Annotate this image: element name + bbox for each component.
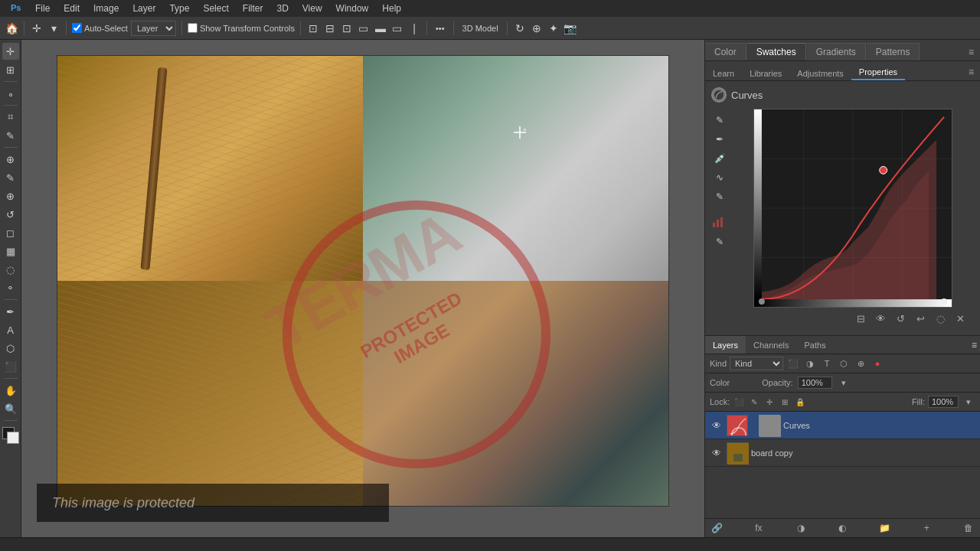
menu-ps[interactable]: Ps [3,0,28,18]
layer-filter-adj-icon[interactable]: ◑ [803,357,817,370]
new-layer-icon[interactable]: + [920,521,933,535]
curves-smooth-tool[interactable]: ∿ [711,169,728,186]
curves-eyedropper-white[interactable]: ✎ [711,188,728,205]
layer-select[interactable]: Layer Group [131,21,176,36]
curves-pen-tool[interactable]: ✒ [711,131,728,148]
history-tool[interactable]: ↺ [2,206,19,223]
align-left-icon[interactable]: ⊡ [306,21,320,35]
lock-transparent-icon[interactable]: ⬛ [733,396,745,408]
3d-rotate-icon[interactable]: ↻ [513,21,527,35]
curves-undo-icon[interactable]: ↺ [893,311,908,326]
align-top-icon[interactable]: ▭ [357,21,371,35]
tab-color[interactable]: Color [705,43,746,60]
tab-adjustments[interactable]: Adjustments [789,67,851,80]
zoom-tool[interactable]: 🔍 [2,400,19,417]
layer-filter-active-indicator[interactable]: ● [871,357,884,370]
fill-input[interactable] [928,396,959,408]
eyedropper-tool[interactable]: ✎ [2,127,19,144]
3d-model-label[interactable]: 3D Model [459,22,501,34]
move-tool[interactable]: ✛ [2,43,19,60]
transform-checkbox[interactable]: Show Transform Controls [188,23,295,33]
tab-patterns[interactable]: Patterns [867,43,920,60]
move-tool-icon[interactable]: ✛ [30,21,44,35]
add-mask-icon[interactable]: ◑ [794,521,808,535]
home-icon[interactable]: 🏠 [5,21,18,35]
3d-scale-icon[interactable]: ✦ [547,21,560,35]
menu-edit[interactable]: Edit [57,2,86,15]
layer-row-curves[interactable]: 👁 Curves [705,412,980,439]
menu-window[interactable]: Window [330,2,375,15]
align-bottom-icon[interactable]: ▭ [390,21,404,35]
layer-kind-select[interactable]: Kind [730,357,783,370]
blur-tool[interactable]: ◌ [2,261,19,278]
menu-image[interactable]: Image [87,2,125,15]
new-adj-icon[interactable]: ◐ [835,521,849,535]
tab-properties[interactable]: Properties [851,65,905,80]
curves-eye-icon[interactable]: 👁 [873,311,888,326]
brush-tool[interactable]: ✎ [2,169,19,186]
text-tool[interactable]: A [2,321,19,338]
3d-move-icon[interactable]: ⊕ [530,21,544,35]
opacity-input[interactable] [798,377,832,389]
tool-options-icon[interactable]: ▾ [47,21,60,35]
lock-pixels-icon[interactable]: ✎ [748,396,760,408]
layer-filter-smart-icon[interactable]: ⊕ [854,357,867,370]
path-tool[interactable]: ⬡ [2,340,19,357]
3d-camera-icon[interactable]: 📷 [564,21,577,35]
curves-eyedropper-black[interactable]: 💉 [711,150,728,167]
curves-visibility-icon[interactable]: ◌ [933,311,948,326]
dodge-tool[interactable]: ⚬ [2,279,19,296]
menu-3d[interactable]: 3D [270,2,294,15]
autoselect-input[interactable] [72,23,82,33]
menu-layer[interactable]: Layer [126,2,162,15]
lock-artboard-icon[interactable]: ⊞ [779,396,791,408]
curves-pencil-tool[interactable]: ✎ [711,233,728,250]
layer-filter-pixel-icon[interactable]: ⬛ [786,357,800,370]
lock-position-icon[interactable]: ✛ [763,396,776,408]
layer-row-board[interactable]: 👁 board copy [705,439,980,467]
autoselect-checkbox[interactable]: Auto-Select [72,23,128,33]
add-style-icon[interactable]: fx [752,521,766,535]
layer-eye-board[interactable]: 👁 [710,446,724,460]
shape-tool[interactable]: ⬛ [2,358,19,375]
curves-graph[interactable] [753,109,952,308]
tab-layers[interactable]: Layers [705,336,746,354]
tab-swatches[interactable]: Swatches [747,43,806,60]
hand-tool[interactable]: ✋ [2,382,19,399]
canvas-content[interactable]: + TERMA PROTECTEDIMAGE This image is p [21,40,704,537]
delete-layer-icon[interactable]: 🗑 [962,521,975,535]
tab-channels[interactable]: Channels [746,336,796,354]
new-group-icon[interactable]: 📁 [877,521,891,535]
link-layers-icon[interactable]: 🔗 [710,521,724,535]
lock-all-icon[interactable]: 🔒 [794,396,806,408]
panel2-options-icon[interactable]: ≡ [962,64,980,80]
align-right-icon[interactable]: ⊡ [340,21,354,35]
panel-options-icon[interactable]: ≡ [962,44,980,60]
lasso-tool[interactable]: ∘ [2,85,19,102]
more-options[interactable]: ••• [433,22,448,34]
curves-reset-icon[interactable]: ↩ [913,311,928,326]
fill-decrease-icon[interactable]: ▾ [962,395,975,409]
menu-view[interactable]: View [296,2,328,15]
tab-libraries[interactable]: Libraries [742,67,789,80]
crop-tool[interactable]: ⌗ [2,109,19,126]
curves-clip-icon[interactable]: ⊟ [853,311,868,326]
align-center-h-icon[interactable]: ▬ [374,21,387,35]
menu-type[interactable]: Type [163,2,195,15]
menu-help[interactable]: Help [376,2,407,15]
pen-tool[interactable]: ✒ [2,303,19,320]
clone-tool[interactable]: ⊕ [2,187,19,204]
layer-filter-shape-icon[interactable]: ⬡ [837,357,851,370]
layer-filter-type-icon[interactable]: T [820,357,834,370]
eraser-tool[interactable]: ◻ [2,224,19,241]
heal-tool[interactable]: ⊕ [2,151,19,168]
menu-file[interactable]: File [29,2,56,15]
artboard-tool[interactable]: ⊞ [2,61,19,78]
tab-paths[interactable]: Paths [797,336,834,354]
curves-pointer-tool[interactable]: ✎ [711,112,728,129]
color-swatches[interactable] [2,427,19,444]
transform-input[interactable] [188,23,198,33]
tab-learn[interactable]: Learn [705,67,742,80]
opacity-decrease-icon[interactable]: ▾ [837,376,851,390]
curves-delete-icon[interactable]: ✕ [952,311,968,326]
